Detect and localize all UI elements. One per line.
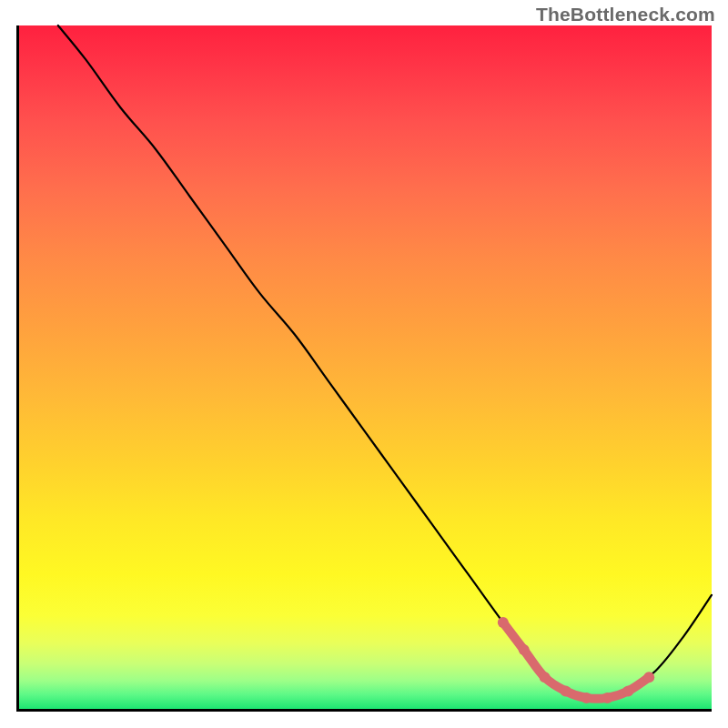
optimal-zone-dot: [622, 685, 633, 696]
watermark-text: TheBottleneck.com: [536, 4, 715, 25]
chart-area: [16, 25, 712, 712]
bottleneck-curve: [58, 25, 712, 699]
optimal-zone-dot: [561, 685, 571, 696]
optimal-zone-dot: [643, 672, 654, 682]
optimal-zone-dot: [581, 693, 592, 703]
optimal-zone-dot: [540, 672, 551, 682]
optimal-zone-dots: [498, 617, 654, 703]
chart-svg: [16, 25, 712, 712]
optimal-zone-dot: [498, 617, 509, 628]
optimal-zone-dot: [519, 644, 530, 655]
optimal-zone-dot: [602, 693, 612, 703]
